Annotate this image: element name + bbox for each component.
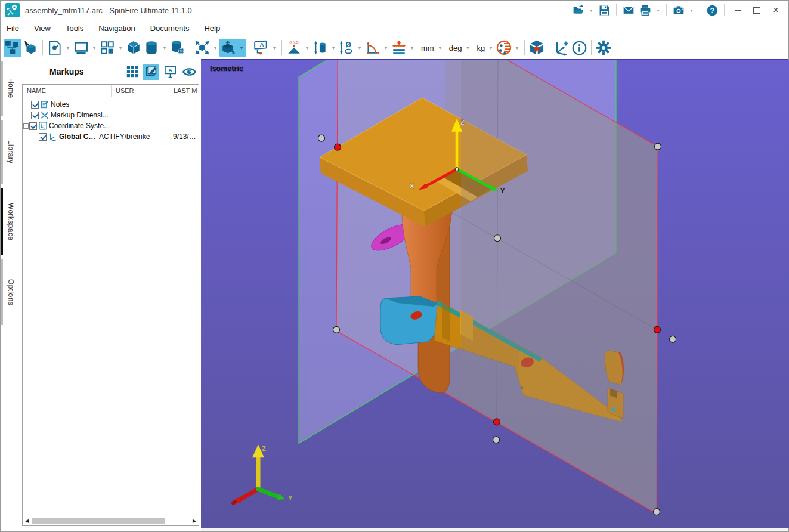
viewport-3d[interactable]: Z X Y [201, 59, 788, 531]
select-part-button[interactable] [21, 39, 39, 57]
maximize-button[interactable] [748, 3, 766, 17]
material-render-dropdown[interactable]: ▾ [513, 39, 521, 57]
viewport-3d-scene[interactable]: Z X Y [201, 60, 789, 528]
unit-mass-dropdown[interactable]: ▾ [487, 39, 495, 57]
extract-part-button[interactable] [219, 39, 237, 57]
open-file-icon[interactable] [571, 3, 586, 17]
sidebar-tab-home[interactable]: Home [1, 61, 18, 116]
screen-annotation-button[interactable]: A [162, 64, 178, 80]
cylinder-settings-button[interactable] [169, 39, 187, 57]
tab-accent-bar [1, 120, 3, 184]
plane-handle-gray[interactable] [333, 326, 340, 333]
print-dropdown[interactable]: ▾ [654, 3, 662, 17]
fit-view-button[interactable] [193, 39, 211, 57]
column-header-user[interactable]: USER [112, 85, 169, 97]
visibility-eye-button[interactable] [181, 64, 197, 80]
plane-handle-gray[interactable] [318, 135, 325, 141]
fit-view-dropdown[interactable]: ▾ [211, 39, 219, 57]
measure-thickness-dropdown[interactable]: ▾ [408, 39, 416, 57]
measure-height-button[interactable] [311, 39, 329, 57]
plane-handle-gray[interactable] [493, 437, 500, 443]
render-style-dropdown[interactable]: ▾ [64, 39, 72, 57]
origin-axis-x-label: X [410, 183, 414, 190]
column-header-modified[interactable]: LAST M [169, 85, 199, 97]
sidebar-tab-workspace[interactable]: Workspace [1, 188, 18, 255]
collapse-expander[interactable] [23, 123, 29, 129]
minimize-button[interactable] [729, 3, 747, 17]
tree-row-notes[interactable]: Notes [23, 99, 199, 110]
screen-display-button[interactable] [72, 39, 90, 57]
extract-part-dropdown[interactable]: ▾ [237, 39, 246, 57]
product-structure-button[interactable] [4, 39, 21, 57]
add-coordinate-system-button[interactable] [552, 39, 570, 57]
view-cylinder-dropdown[interactable]: ▾ [160, 39, 169, 57]
window-title: assembly_mtm117.arc - SpinFire Ultimate … [25, 6, 192, 15]
menu-help[interactable]: Help [204, 24, 220, 33]
tree-row-coordinate-systems[interactable]: Coordinate Syste... [23, 120, 199, 131]
annotation-dropdown[interactable]: ▾ [270, 39, 279, 57]
save-icon[interactable] [596, 3, 612, 17]
close-button[interactable]: × [767, 3, 785, 17]
open-file-dropdown[interactable]: ▾ [587, 3, 595, 17]
grid-view-button[interactable] [124, 64, 140, 80]
part-blue-bracket[interactable] [380, 296, 438, 345]
tree-row-global-coordinate[interactable]: Global Coord... ACTIFY\breinke 9/13/201 [23, 131, 199, 142]
screen-display-dropdown[interactable]: ▾ [90, 39, 98, 57]
unit-length-dropdown[interactable]: ▾ [436, 39, 444, 57]
menu-navigation[interactable]: Navigation [98, 24, 135, 33]
tree-row-markup-dimensions[interactable]: Markup Dimensi... [23, 110, 199, 120]
unit-angle-selector[interactable]: deg [444, 44, 464, 52]
menu-documents[interactable]: Documents [150, 24, 190, 33]
plane-handle-red[interactable] [335, 144, 341, 150]
corner-axis-y-label: Y [288, 494, 293, 502]
point-coordinates-button[interactable]: (X,Y,Z) [285, 39, 303, 57]
notes-checkbox[interactable] [31, 101, 39, 109]
menu-view[interactable]: View [34, 24, 51, 33]
unit-mass-selector[interactable]: kg [472, 44, 487, 52]
menu-file[interactable]: File [7, 24, 19, 33]
window-layout-dropdown[interactable]: ▾ [116, 39, 125, 57]
help-icon[interactable]: ? [704, 3, 720, 17]
column-header-name[interactable]: NAME [23, 85, 112, 97]
info-button[interactable] [570, 39, 588, 57]
view-cylinder-button[interactable] [143, 39, 160, 57]
sidebar-tab-library[interactable]: Library [1, 120, 18, 184]
snapshot-icon[interactable] [671, 3, 686, 17]
menu-tools[interactable]: Tools [66, 24, 83, 33]
scrollbar-thumb[interactable] [32, 518, 165, 524]
measure-diameter-dropdown[interactable]: ▾ [355, 39, 364, 57]
material-render-button[interactable] [495, 39, 513, 57]
app-window: assembly_mtm117.arc - SpinFire Ultimate … [0, 0, 789, 532]
scroll-right-arrow[interactable]: ▶ [190, 518, 199, 524]
render-style-button[interactable] [46, 39, 64, 57]
annotation-button[interactable]: A [252, 39, 270, 57]
scroll-left-arrow[interactable]: ◀ [23, 518, 31, 524]
markup-dimensions-checkbox[interactable] [31, 112, 39, 119]
unit-length-selector[interactable]: mm [416, 44, 436, 52]
point-coordinates-dropdown[interactable]: ▾ [303, 39, 311, 57]
measure-angle-button[interactable] [364, 39, 382, 57]
email-icon[interactable] [621, 3, 636, 17]
window-layout-button[interactable] [98, 39, 116, 57]
measure-angle-dropdown[interactable]: ▾ [382, 39, 390, 57]
measure-height-dropdown[interactable]: ▾ [329, 39, 338, 57]
measure-diameter-button[interactable]: Ø [338, 39, 355, 57]
markup-edit-button[interactable] [143, 64, 159, 80]
global-coordinate-checkbox[interactable] [39, 133, 47, 141]
corner-axis-z-label: Z [262, 445, 266, 452]
plane-handle-red[interactable] [654, 326, 661, 333]
plane-handle-gray[interactable] [494, 235, 501, 242]
plane-handle-gray[interactable] [670, 336, 676, 342]
sidebar-tab-options[interactable]: Options [1, 259, 18, 325]
print-icon[interactable] [638, 3, 653, 17]
plane-handle-gray[interactable] [655, 143, 661, 150]
unit-angle-dropdown[interactable]: ▾ [463, 39, 472, 57]
plane-handle-red[interactable] [494, 419, 500, 425]
snapshot-dropdown[interactable]: ▾ [688, 3, 695, 17]
plane-handle-gray[interactable] [654, 509, 660, 515]
explode-parts-button[interactable] [528, 39, 546, 57]
view-solid-button[interactable] [125, 39, 143, 57]
settings-button[interactable] [595, 39, 612, 57]
measure-thickness-button[interactable] [390, 39, 408, 57]
coordinate-systems-checkbox[interactable] [29, 122, 37, 130]
